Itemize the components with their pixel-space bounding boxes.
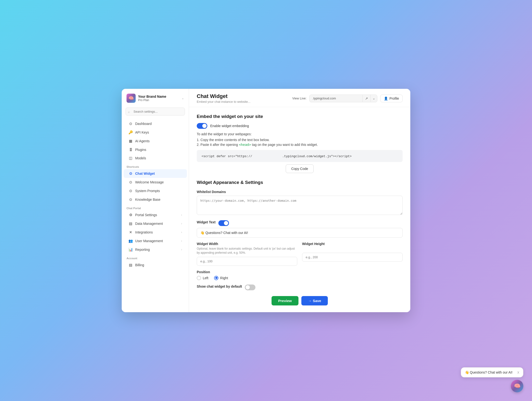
chat-preview-widget: 👋 Questions? Chat with our AI! x 🧠	[461, 367, 523, 392]
sidebar-item-label: Portal Settings	[135, 213, 157, 217]
position-right-label: Right	[220, 276, 228, 280]
step2-after: tag on the page you want to add this wid…	[252, 143, 318, 147]
sidebar-item-models[interactable]: ◫ Models	[124, 154, 187, 162]
brand-info: 🧠 Your Brand Name Pro Plan	[127, 94, 166, 103]
sidebar-item-knowledge-base[interactable]: ⊙ Knowledge Base	[124, 195, 187, 204]
sidebar-item-billing[interactable]: ▤ Billing	[124, 261, 187, 269]
shortcuts-section-label: Shortcuts	[122, 162, 189, 169]
brand-name: Your Brand Name	[138, 95, 166, 98]
embed-toggle[interactable]	[197, 123, 207, 129]
plugins-icon: 🎛	[128, 148, 133, 152]
page-subtitle: Embed your chat instance to website...	[197, 100, 250, 103]
sidebar-item-label: Billing	[135, 263, 144, 267]
widget-text-row: Widget Text	[197, 220, 403, 226]
ai-agents-icon: ▦	[128, 139, 133, 143]
brand-text: Your Brand Name Pro Plan	[138, 95, 166, 102]
embed-code: <script defer src="https:// .typingcloud…	[202, 155, 352, 158]
view-live-url-input[interactable]	[310, 95, 362, 102]
chat-portal-section-label: Chat Portal	[122, 204, 189, 211]
sidebar-item-plugins[interactable]: 🎛 Plugins	[124, 145, 187, 154]
system-prompts-icon: ⊙	[128, 189, 133, 193]
sidebar-item-label: Models	[135, 156, 146, 160]
app-container: 🧠 Your Brand Name Pro Plan ⌄ ⌕ ⊙ Dashboa…	[122, 89, 410, 312]
sidebar: 🧠 Your Brand Name Pro Plan ⌄ ⌕ ⊙ Dashboa…	[122, 89, 189, 312]
sidebar-item-welcome-message[interactable]: ⊙ Welcome Message	[124, 178, 187, 187]
profile-label: Profile	[389, 97, 399, 100]
embed-toggle-row: Enable widget embedding	[197, 123, 403, 129]
dimension-hint: Optional, leave blank for automatic sett…	[197, 247, 297, 255]
sidebar-item-integrations[interactable]: ✕ Integrations ›	[124, 228, 187, 237]
head-tag: <head>	[239, 143, 251, 147]
position-right-option[interactable]: Right	[214, 276, 228, 280]
radio-left-circle	[197, 276, 201, 280]
widget-height-group: Widget Height placeholder	[302, 242, 403, 266]
instruction-step1: 1. Copy the entire contents of the text …	[197, 138, 403, 142]
sidebar-item-label: Reporting	[135, 248, 150, 252]
search-input[interactable]	[126, 108, 185, 116]
profile-button[interactable]: 👤 Profile	[380, 95, 403, 102]
save-button[interactable]: → Save	[301, 296, 328, 305]
sidebar-item-chat-widget[interactable]: ⊙ Chat Widget	[124, 169, 187, 178]
widget-width-input[interactable]	[197, 257, 297, 266]
sidebar-item-ai-agents[interactable]: ▦ AI Agents	[124, 137, 187, 145]
instructions: To add the widget to your webpages: 1. C…	[197, 132, 403, 147]
api-keys-icon: 🔑	[128, 130, 133, 135]
chevron-right-icon: ›	[181, 213, 182, 217]
position-left-label: Left	[203, 276, 208, 280]
radio-group: Left Right	[197, 276, 403, 280]
sidebar-item-dashboard[interactable]: ⊙ Dashboard	[124, 119, 187, 128]
copy-code-button[interactable]: Copy Code	[286, 164, 314, 173]
sidebar-item-portal-settings[interactable]: ⚙ Portal Settings ›	[124, 211, 187, 219]
chat-close-button[interactable]: x	[517, 370, 519, 374]
dashboard-icon: ⊙	[128, 122, 133, 126]
widget-settings-heading: Widget Appearance & Settings	[197, 180, 403, 185]
instruction-intro: To add the widget to your webpages:	[197, 132, 403, 136]
sidebar-item-label: AI Agents	[135, 139, 150, 143]
whitelist-domains-input[interactable]	[197, 196, 403, 215]
dimension-fields: Widget Width Optional, leave blank for a…	[197, 242, 403, 266]
chat-widget-icon: ⊙	[128, 171, 133, 176]
chevron-down-icon: ⌄	[182, 97, 184, 100]
embed-section-heading: Embed the widget on your site	[197, 114, 403, 119]
widget-height-input[interactable]	[302, 253, 403, 262]
chat-bubble-text: 👋 Questions? Chat with our AI!	[465, 370, 513, 374]
view-live-dropdown-button[interactable]: ⌄	[370, 95, 377, 102]
sidebar-item-api-keys[interactable]: 🔑 API Keys	[124, 128, 187, 137]
sidebar-item-label: Welcome Message	[135, 180, 164, 184]
account-section-label: Account	[122, 254, 189, 261]
show-default-toggle[interactable]	[245, 285, 255, 290]
sidebar-item-system-prompts[interactable]: ⊙ System Prompts	[124, 187, 187, 195]
widget-width-group: Widget Width Optional, leave blank for a…	[197, 242, 297, 266]
widget-text-toggle[interactable]	[218, 220, 229, 226]
sidebar-item-label: Data Management	[135, 222, 163, 226]
models-icon: ◫	[128, 156, 133, 160]
sidebar-item-reporting[interactable]: 📊 Reporting ›	[124, 245, 187, 254]
portal-settings-icon: ⚙	[128, 213, 133, 217]
sidebar-item-user-management[interactable]: 👥 User Management ›	[124, 237, 187, 245]
external-link-button[interactable]: ↗	[362, 95, 370, 102]
welcome-message-icon: ⊙	[128, 180, 133, 184]
position-row: Position Left Right	[197, 270, 403, 280]
sidebar-item-data-management[interactable]: ▤ Data Management ›	[124, 219, 187, 228]
radio-right-circle	[214, 276, 218, 280]
chat-bubble: 👋 Questions? Chat with our AI! x	[461, 367, 523, 377]
brand-plan: Pro Plan	[138, 98, 166, 102]
top-bar-right: View Live: ↗ ⌄ 👤 Profile	[292, 95, 403, 102]
brand-avatar: 🧠	[127, 94, 136, 103]
brand-header[interactable]: 🧠 Your Brand Name Pro Plan ⌄	[122, 94, 189, 108]
view-live-input-wrap: ↗ ⌄	[309, 95, 377, 102]
position-left-option[interactable]: Left	[197, 276, 208, 280]
widget-text-input[interactable]	[197, 228, 403, 238]
instruction-step2: 2. Paste it after the opening <head> tag…	[197, 143, 403, 147]
integrations-icon: ✕	[128, 230, 133, 234]
widget-width-label: Widget Width	[197, 242, 297, 246]
whitelist-domains-label: Whitelist Domains	[197, 190, 403, 194]
user-icon: 👤	[384, 97, 388, 100]
preview-button[interactable]: Preview	[272, 296, 299, 305]
brand-avatar-emoji: 🧠	[128, 96, 134, 101]
step2-before: 2. Paste it after the opening	[197, 143, 238, 147]
main-content: Chat Widget Embed your chat instance to …	[189, 89, 410, 312]
widget-text-label: Widget Text	[197, 220, 215, 224]
sidebar-item-label: Integrations	[135, 230, 153, 234]
chat-avatar-button[interactable]: 🧠	[511, 380, 523, 392]
